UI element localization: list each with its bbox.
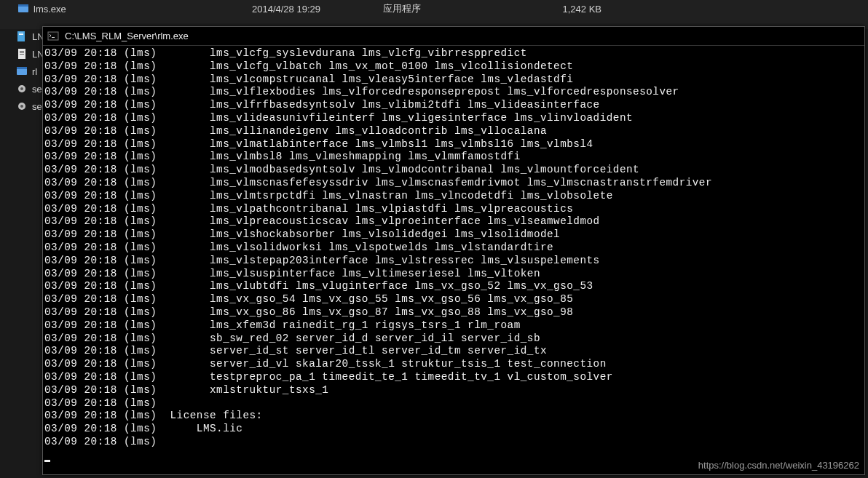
console-output[interactable]: 03/09 20:18 (lms) lms_vlcfg_syslevdurana… [43,46,864,474]
window-title: C:\LMS_RLM_Server\rlm.exe [65,31,189,41]
exe-icon [16,65,28,77]
app-icon [47,31,59,42]
list-item-label: rl [32,66,37,77]
file-type: 应用程序 [383,2,514,15]
list-item-label: se [32,84,42,95]
titlebar[interactable]: C:\LMS_RLM_Server\rlm.exe [43,27,864,46]
list-item-label: se [32,101,42,112]
file-txt-icon [16,48,28,60]
file-icon [16,31,28,42]
list-item[interactable]: LN [0,28,42,45]
list-item-label: LN [32,49,42,60]
list-item-label: LN [32,31,42,42]
file-date: 2014/4/28 19:29 [252,4,383,15]
list-item[interactable]: rl [0,63,42,80]
svg-point-14 [20,105,23,108]
svg-rect-1 [18,4,28,7]
file-name: lms.exe [33,4,252,15]
console-window[interactable]: C:\LMS_RLM_Server\rlm.exe 03/09 20:18 (l… [42,26,865,475]
list-item[interactable]: se [0,97,42,115]
explorer-content: lms.exe 2014/4/28 19:29 应用程序 1,242 KB [0,0,868,29]
list-item[interactable]: LN [0,45,42,63]
svg-rect-4 [19,34,23,35]
exe-icon [17,3,29,15]
svg-rect-15 [48,32,58,40]
file-size: 1,242 KB [514,4,601,15]
svg-rect-8 [20,54,24,55]
file-row[interactable]: lms.exe 2014/4/28 19:29 应用程序 1,242 KB [0,0,868,17]
cursor [44,460,50,462]
svg-rect-16 [52,37,55,38]
svg-rect-6 [20,51,24,52]
sidebar-file-list: LN LN rl se se [0,28,42,115]
svg-rect-3 [19,33,23,33]
gear-icon [16,100,28,112]
svg-point-12 [20,87,23,90]
svg-rect-10 [17,67,27,69]
watermark: https://blog.csdn.net/weixin_43196262 [698,460,859,471]
list-item[interactable]: se [0,80,42,97]
svg-rect-7 [20,52,24,53]
gear-icon [16,83,28,95]
